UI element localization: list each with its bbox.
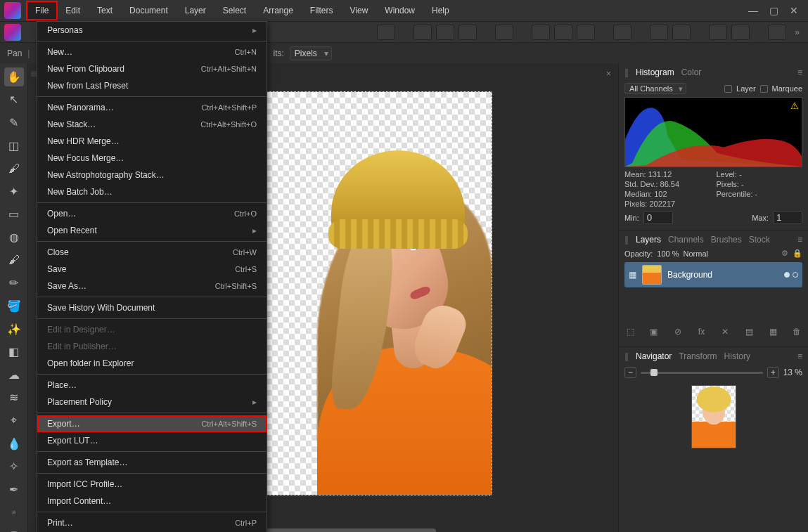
flood-select-icon[interactable]: ◍: [4, 228, 24, 247]
toolbar-overflow-icon[interactable]: »: [790, 27, 804, 37]
toolbar-button-7[interactable]: [554, 25, 572, 40]
toolbar-button-13[interactable]: [731, 25, 750, 40]
sparkle-icon[interactable]: ✨: [4, 320, 24, 339]
menu-window[interactable]: Window: [376, 1, 423, 20]
marquee-icon[interactable]: ▭: [4, 205, 24, 224]
menu-item-open-folder-in-explorer[interactable]: Open folder in Explorer: [37, 355, 267, 372]
menu-item-new-batch-job[interactable]: New Batch Job…: [37, 183, 267, 200]
persona-icon[interactable]: [4, 24, 21, 41]
panel-grip-icon[interactable]: ‖: [624, 67, 629, 77]
sponge-icon[interactable]: ☁: [4, 365, 24, 384]
menu-arrange[interactable]: Arrange: [255, 1, 302, 20]
hand-icon[interactable]: ✋: [4, 67, 24, 86]
blend-select[interactable]: Normal: [684, 249, 777, 258]
tab-brushes[interactable]: Brushes: [711, 235, 742, 245]
layer-action-1[interactable]: ▣: [648, 327, 660, 337]
color-picker-icon[interactable]: ✎: [4, 113, 24, 132]
menu-view[interactable]: View: [342, 1, 377, 20]
navigator-thumbnail[interactable]: [691, 385, 736, 448]
channel-select[interactable]: All Channels: [624, 83, 686, 94]
toolbar-button-5[interactable]: [495, 25, 513, 40]
panel-grip-icon[interactable]: ‖: [624, 351, 629, 361]
panel-menu-icon[interactable]: ≡: [797, 351, 802, 361]
menu-text[interactable]: Text: [89, 1, 121, 20]
max-input[interactable]: [773, 211, 802, 224]
smudge-icon[interactable]: ≋: [4, 389, 24, 408]
layer-action-3[interactable]: fx: [696, 327, 707, 337]
menu-item-new-focus-merge[interactable]: New Focus Merge…: [37, 150, 267, 167]
menu-layer[interactable]: Layer: [177, 1, 214, 20]
layer-checkbox[interactable]: [724, 85, 732, 93]
layer-action-6[interactable]: ▦: [767, 327, 778, 337]
layer-flag-icon[interactable]: [793, 272, 798, 278]
maximize-button[interactable]: ▢: [769, 5, 778, 16]
menu-select[interactable]: Select: [214, 1, 255, 20]
toolbar-button-3[interactable]: [436, 25, 454, 40]
toolbar-button-12[interactable]: [709, 25, 727, 40]
toolbar-button-10[interactable]: [650, 25, 668, 40]
menu-item-save-as[interactable]: Save As…Ctrl+Shift+S: [37, 278, 267, 294]
toolbar-button-14[interactable]: [768, 25, 786, 40]
menu-item-new-astrophotography-stack[interactable]: New Astrophotography Stack…: [37, 167, 267, 183]
tab-channels[interactable]: Channels: [668, 235, 704, 245]
paint-brush-icon[interactable]: 🖌: [4, 251, 24, 270]
menu-item-new-hdr-merge[interactable]: New HDR Merge…: [37, 133, 267, 150]
units-select[interactable]: Pixels: [290, 46, 332, 60]
menu-file[interactable]: File: [27, 1, 57, 20]
toolbar-button-4[interactable]: [458, 25, 477, 40]
tab-stock[interactable]: Stock: [749, 235, 770, 245]
menu-item-personas[interactable]: Personas: [37, 22, 267, 39]
layer-visibility-icon[interactable]: ▦: [629, 270, 636, 280]
menu-item-save-history-with-document[interactable]: Save History With Document: [37, 299, 267, 316]
menu-item-close[interactable]: CloseCtrl+W: [37, 244, 267, 261]
menu-item-placement-policy[interactable]: Placement Policy: [37, 394, 267, 410]
tab-histogram[interactable]: Histogram: [636, 67, 674, 77]
menu-item-export[interactable]: Export…Ctrl+Alt+Shift+S: [37, 415, 267, 432]
selection-brush-icon[interactable]: 🖌: [4, 159, 24, 178]
tab-navigator[interactable]: Navigator: [636, 351, 672, 361]
pencil-icon[interactable]: ✏: [4, 273, 24, 292]
lock-icon[interactable]: 🔒: [793, 249, 802, 258]
menu-document[interactable]: Document: [121, 1, 177, 20]
spray-icon[interactable]: ✧: [4, 457, 24, 476]
tools-overflow-icon[interactable]: »: [4, 503, 24, 522]
toolbar-button-9[interactable]: [613, 25, 631, 40]
layer-action-7[interactable]: 🗑: [791, 327, 802, 337]
tab-history[interactable]: History: [724, 351, 750, 361]
close-window-button[interactable]: ✕: [790, 5, 798, 16]
menu-item-new-from-clipboard[interactable]: New From ClipboardCtrl+Alt+Shift+N: [37, 60, 267, 77]
min-input[interactable]: [643, 211, 673, 224]
toolbar-button-2[interactable]: [413, 25, 432, 40]
move-icon[interactable]: ↖: [4, 91, 24, 110]
layer-flag-icon[interactable]: [784, 272, 790, 278]
menu-item-new-panorama[interactable]: New Panorama…Ctrl+Alt+Shift+P: [37, 99, 267, 116]
marquee-checkbox[interactable]: [760, 85, 768, 93]
menu-help[interactable]: Help: [423, 1, 458, 20]
menu-item-new-stack[interactable]: New Stack…Ctrl+Alt+Shift+O: [37, 116, 267, 133]
menu-item-place[interactable]: Place…: [37, 377, 267, 394]
gradient-icon[interactable]: ◧: [4, 342, 24, 361]
panel-menu-icon[interactable]: ≡: [797, 67, 802, 77]
menu-item-new-from-last-preset[interactable]: New from Last Preset: [37, 77, 267, 94]
menu-item-open-recent[interactable]: Open Recent: [37, 222, 267, 239]
clone-icon[interactable]: ⌖: [4, 411, 24, 430]
tab-color[interactable]: Color: [681, 67, 702, 77]
gear-icon[interactable]: ⚙: [781, 249, 788, 258]
layer-action-4[interactable]: ✕: [719, 327, 731, 337]
toolbar-button-1[interactable]: [377, 25, 395, 40]
opacity-select[interactable]: 100 %: [657, 249, 679, 258]
menu-item-import-content[interactable]: Import Content…: [37, 493, 267, 510]
panel-menu-icon[interactable]: ≡: [797, 235, 802, 245]
magic-wand-icon[interactable]: ✦: [4, 182, 24, 201]
menu-item-save[interactable]: SaveCtrl+S: [37, 261, 267, 278]
zoom-in-button[interactable]: +: [767, 367, 779, 378]
pen-icon[interactable]: ✒: [4, 480, 24, 499]
layer-action-0[interactable]: ⬚: [624, 327, 636, 337]
tab-transform[interactable]: Transform: [679, 351, 717, 361]
toolbar-button-11[interactable]: [672, 25, 691, 40]
toolbar-button-8[interactable]: [577, 25, 595, 40]
menu-item-import-icc-profile[interactable]: Import ICC Profile…: [37, 476, 267, 493]
tab-close-all-icon[interactable]: ×: [599, 69, 618, 79]
zoom-out-button[interactable]: −: [624, 367, 636, 378]
menu-item-export-lut[interactable]: Export LUT…: [37, 432, 267, 449]
